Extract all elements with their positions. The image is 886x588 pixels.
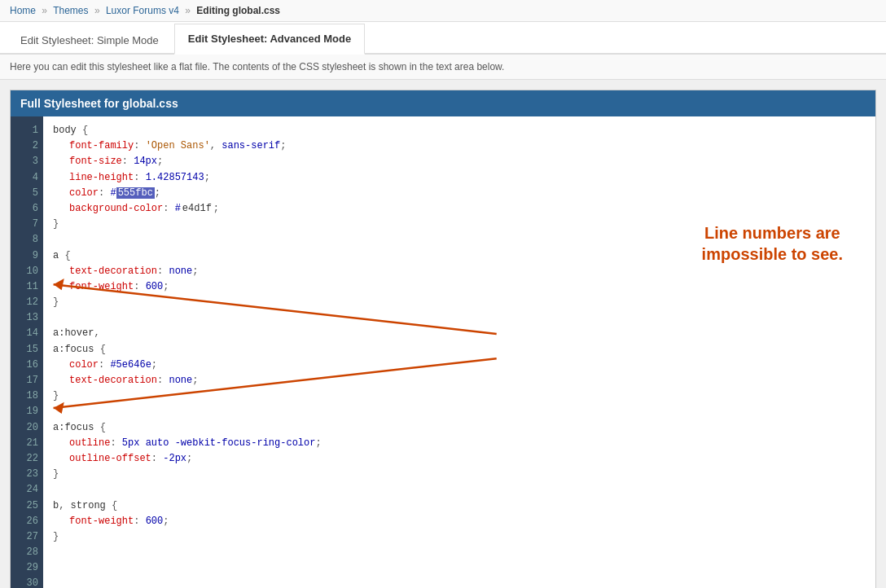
line-numbers: 1 2 3 4 5 6 7 8 9 10 11 12 13 14 15 16 1: [11, 116, 43, 588]
breadcrumb: Home » Themes » Luxor Forums v4 » Editin…: [0, 0, 886, 22]
code-content[interactable]: body { font-family: 'Open Sans', sans-se…: [43, 116, 875, 588]
editor-wrapper: 1 2 3 4 5 6 7 8 9 10 11 12 13 14 15 16 1: [11, 116, 875, 588]
panel-header: Full Stylesheet for global.css: [11, 90, 875, 116]
breadcrumb-themes[interactable]: Themes: [53, 5, 88, 16]
tabs-bar: Edit Stylesheet: Simple Mode Edit Styles…: [0, 22, 886, 55]
main-content: Full Stylesheet for global.css 1 2 3 4 5…: [0, 80, 886, 588]
code-editor: 1 2 3 4 5 6 7 8 9 10 11 12 13 14 15 16 1: [11, 116, 875, 588]
breadcrumb-sep-2: »: [94, 5, 100, 16]
breadcrumb-sep-1: »: [42, 5, 47, 16]
tab-simple[interactable]: Edit Stylesheet: Simple Mode: [7, 25, 173, 55]
tab-advanced[interactable]: Edit Stylesheet: Advanced Mode: [174, 24, 365, 55]
breadcrumb-sep-3: »: [185, 5, 191, 16]
breadcrumb-current: Editing global.css: [196, 5, 280, 16]
breadcrumb-forum[interactable]: Luxor Forums v4: [106, 5, 179, 16]
breadcrumb-home[interactable]: Home: [10, 5, 36, 16]
panel: Full Stylesheet for global.css 1 2 3 4 5…: [10, 90, 876, 588]
info-bar: Here you can edit this stylesheet like a…: [0, 55, 886, 80]
